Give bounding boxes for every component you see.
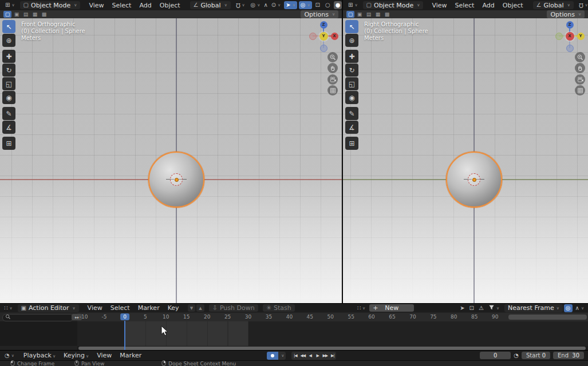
falloff-dropdown[interactable]: ∧ [262, 1, 269, 9]
shading-solid[interactable]: ● [334, 1, 342, 9]
start-frame-field[interactable]: Start0 [522, 352, 550, 359]
proportional-editing-toggle[interactable]: ◎ [564, 304, 573, 312]
mode-subtract[interactable]: ▤ [22, 11, 30, 18]
viewport-canvas[interactable]: Right Orthographic (0) Collection | Sphe… [343, 18, 588, 303]
mode-extend[interactable]: ▣ [356, 11, 364, 18]
falloff-dropdown[interactable]: ∧∨ [574, 304, 586, 312]
camera-view-icon[interactable] [575, 74, 585, 85]
pan-hand-icon[interactable] [327, 63, 338, 73]
channel-search-input[interactable] [2, 314, 73, 321]
keyframe-area[interactable] [0, 321, 588, 346]
mode-invert[interactable]: ▦ [31, 11, 39, 18]
snap-toggle[interactable]: Ω∨ [577, 1, 588, 9]
tool-rotate[interactable]: ↻ [345, 63, 358, 77]
show-selected-only-icon[interactable]: ⊡ [468, 304, 476, 312]
action-browse-dropdown[interactable]: ∷∨ [356, 304, 368, 312]
editor-type-button[interactable]: ∷∨ [2, 304, 14, 312]
snap-mode-dropdown[interactable]: Nearest Frame∨ [504, 304, 563, 312]
snap-toggle[interactable]: Ω∨ [234, 1, 247, 9]
mode-invert[interactable]: ▦ [374, 11, 382, 18]
viewport-divider[interactable] [342, 0, 343, 303]
gizmo-axis-ball-x[interactable]: X [566, 32, 574, 41]
prev-keyframe-button[interactable]: ◀◀ [299, 352, 306, 360]
tool-measure[interactable]: ∡ [2, 121, 15, 134]
new-action-button[interactable]: +New [369, 304, 414, 312]
gizmo-axis-ball-neg[interactable] [320, 45, 327, 52]
keying-set-dropdown[interactable]: ∨ [278, 352, 286, 360]
menu-select[interactable]: Select [451, 2, 479, 9]
menu-add[interactable]: Add [478, 2, 498, 9]
navigation-gizmo[interactable]: ZYX [554, 20, 586, 52]
menu-add[interactable]: Add [135, 2, 155, 9]
menu-marker[interactable]: Marker [116, 352, 145, 359]
menu-view[interactable]: View [85, 2, 108, 9]
mode-dropdown[interactable]: ▢Object Mode∨ [20, 1, 81, 9]
tool-transform[interactable]: ◉ [2, 91, 15, 104]
gizmo-axis-ball-y[interactable]: Y [577, 33, 585, 40]
playhead-sync-icon[interactable]: ➤ [458, 304, 466, 312]
tool-scale[interactable]: ◱ [345, 77, 358, 90]
stash-button[interactable]: ✳Stash [263, 304, 295, 312]
jump-to-end-button[interactable]: ▶| [329, 352, 336, 360]
gizmo-axis-ball-neg[interactable] [566, 45, 574, 52]
menu-playback[interactable]: Playback∨ [19, 352, 60, 359]
end-frame-field[interactable]: End30 [553, 352, 584, 359]
filter-icon[interactable]: ∨ [487, 304, 501, 312]
tool-measure[interactable]: ∡ [345, 121, 358, 134]
tool-cursor[interactable]: ⊕ [345, 34, 358, 47]
tool-add-cube[interactable]: ⊞ [2, 137, 15, 150]
orientation-dropdown[interactable]: ∠Global∨ [533, 1, 574, 9]
toggle-xray[interactable]: ⊡ [314, 1, 322, 9]
gizmo-axis-ball-z[interactable]: Z [320, 21, 327, 29]
editor-type-button[interactable]: ◔∨ [3, 352, 16, 360]
orientation-dropdown[interactable]: ∠Global∨ [190, 1, 231, 9]
menu-select[interactable]: Select [108, 2, 136, 9]
play-button[interactable]: ▶ [314, 352, 321, 360]
show-errors-icon[interactable]: ⚠ [477, 304, 486, 312]
navigation-gizmo[interactable]: ZXY [307, 20, 340, 52]
menu-view[interactable]: View [84, 304, 106, 312]
grid-ortho-icon[interactable] [327, 85, 338, 96]
use-preview-range-icon[interactable]: ◔ [514, 352, 519, 359]
tool-annotate[interactable]: ✎ [345, 107, 358, 120]
tool-rotate[interactable]: ↻ [2, 63, 15, 77]
tool-select-box[interactable]: ↖ [2, 20, 15, 33]
mode-intersect[interactable]: ▩ [40, 11, 48, 18]
move-down-button[interactable]: ▾ [188, 304, 196, 312]
options-dropdown[interactable]: Options∨ [547, 10, 585, 18]
channel-list[interactable] [0, 321, 77, 346]
tool-cursor[interactable]: ⊕ [2, 34, 15, 47]
camera-view-icon[interactable] [327, 74, 338, 85]
pan-hand-icon[interactable] [575, 63, 585, 73]
current-frame-line[interactable] [124, 321, 125, 351]
mode-new[interactable]: ▢ [346, 11, 354, 18]
menu-select[interactable]: Select [106, 304, 134, 312]
menu-marker[interactable]: Marker [134, 304, 164, 312]
zoom-icon[interactable] [327, 52, 338, 62]
menu-view[interactable]: View [428, 2, 451, 9]
current-frame-badge[interactable]: 0 [120, 313, 129, 320]
viewport-canvas[interactable]: Front Orthographic (0) Collection | Sphe… [0, 18, 342, 303]
tool-move[interactable]: ✚ [345, 50, 358, 63]
tool-move[interactable]: ✚ [2, 50, 15, 63]
next-keyframe-button[interactable]: ▶▶ [321, 352, 329, 360]
tool-add-cube[interactable]: ⊞ [345, 137, 358, 150]
menu-object[interactable]: Object [156, 2, 184, 9]
gizmo-axis-ball-x[interactable]: X [331, 33, 338, 40]
menu-key[interactable]: Key [164, 304, 183, 312]
play-reverse-button[interactable]: ◀ [306, 352, 314, 360]
move-up-button[interactable]: ▴ [196, 304, 204, 312]
menu-view[interactable]: View [93, 352, 116, 359]
jump-to-start-button[interactable]: |◀ [291, 352, 299, 360]
show-gizmo-toggle[interactable]: ➤∨ [284, 1, 297, 9]
gizmo-axis-ball-neg[interactable] [555, 33, 563, 40]
mode-subtract[interactable]: ▤ [365, 11, 373, 18]
current-frame-field[interactable]: 0 [480, 352, 511, 359]
mode-extend[interactable]: ▣ [13, 11, 21, 18]
gizmo-axis-ball-y[interactable]: Y [319, 32, 328, 41]
object-types-visibility[interactable]: ⊙∨ [270, 1, 283, 9]
frame-ruler[interactable]: -10-505101520253035404550556065707580859… [77, 313, 588, 321]
shading-wireframe[interactable]: ○ [323, 1, 332, 9]
zoom-icon[interactable] [575, 52, 585, 62]
proportional-editing-toggle[interactable]: ◎∨ [249, 1, 262, 9]
